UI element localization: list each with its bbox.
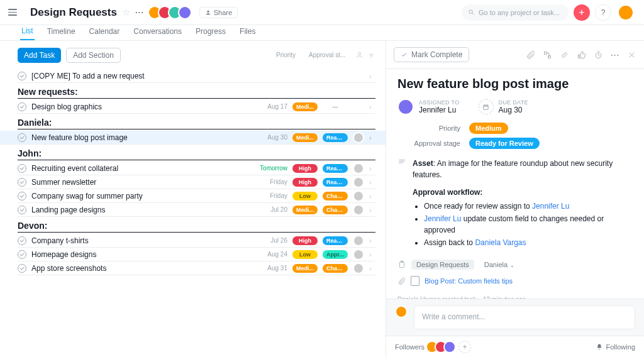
attachment-icon[interactable] (526, 50, 535, 60)
tab-progress[interactable]: Progress (194, 23, 227, 40)
global-add-button[interactable]: + (574, 4, 590, 21)
assignee-avatar[interactable] (353, 70, 364, 82)
close-panel-icon[interactable] (627, 50, 636, 60)
task-row[interactable]: Company t-shirtsJul 26HighRead...› (18, 234, 375, 248)
task-date: Aug 24 (262, 251, 287, 258)
approval-pill[interactable]: Chan... (323, 206, 348, 214)
approval-pill[interactable]: Appr... (323, 250, 348, 259)
priority-pill[interactable]: Medi... (292, 206, 318, 214)
add-section-button[interactable]: Add Section (66, 48, 121, 63)
priority-pill[interactable]: Medi... (292, 133, 318, 142)
priority-pill[interactable]: High (292, 164, 318, 173)
mark-complete-button[interactable]: Mark Complete (394, 47, 469, 62)
global-search[interactable]: Go to any project or task... (462, 4, 569, 21)
approval-field[interactable]: Approval stage Ready for Review (397, 138, 633, 149)
task-row[interactable]: New feature blog post imageAug 30Medi...… (0, 131, 386, 145)
priority-pill[interactable]: High (292, 178, 318, 187)
copy-link-icon[interactable] (560, 50, 569, 60)
complete-checkbox[interactable] (18, 72, 26, 80)
tab-files[interactable]: Files (238, 23, 257, 40)
complete-checkbox[interactable] (18, 102, 26, 111)
task-row[interactable]: Company swag for summer partyFridayLowCh… (18, 189, 375, 203)
approval-pill[interactable]: Read... (323, 236, 348, 245)
task-more-menu[interactable]: ··· (611, 50, 619, 60)
due-date-field[interactable]: DUE DATE Aug 30 (479, 99, 528, 115)
task-row[interactable]: [COPY ME] To add a new request› (18, 69, 375, 83)
attachment-link[interactable]: Blog Post: Custom fields tips (425, 277, 513, 285)
complete-checkbox[interactable] (18, 206, 26, 214)
assignee-field[interactable]: ASSIGNED TO Jennifer Lu (397, 99, 460, 115)
timer-icon[interactable] (594, 50, 603, 60)
star-icon[interactable]: ☆ (122, 7, 130, 18)
tab-timeline[interactable]: Timeline (46, 23, 77, 40)
approval-pill[interactable] (323, 75, 348, 77)
share-button[interactable]: Share (199, 7, 238, 18)
task-title[interactable]: New feature blog post image (397, 77, 633, 91)
menu-toggle[interactable] (5, 5, 20, 20)
task-row[interactable]: Landing page designsJul 20Medi...Chan...… (18, 203, 375, 217)
complete-checkbox[interactable] (18, 164, 26, 173)
subtask-icon[interactable] (543, 50, 552, 60)
priority-pill[interactable] (292, 75, 318, 77)
assignee-avatar[interactable] (353, 177, 364, 188)
complete-checkbox[interactable] (18, 264, 26, 273)
comment-input[interactable]: Write a comment... (414, 305, 635, 329)
task-row[interactable]: Recruiting event collateralTomorrowHighR… (18, 162, 375, 175)
sort-icon[interactable] (367, 51, 375, 59)
approval-pill[interactable]: Chan... (323, 264, 348, 273)
user-mention[interactable]: Jennifer Lu (532, 202, 569, 211)
assignee-avatar[interactable] (353, 235, 364, 246)
task-row[interactable]: Summer newsletterFridayHighRead...› (18, 175, 375, 189)
like-icon[interactable] (577, 50, 586, 60)
priority-pill[interactable]: High (292, 236, 318, 245)
section-tag[interactable]: Daniela⌄ (479, 260, 519, 270)
assignee-avatar[interactable] (353, 163, 364, 174)
approval-pill[interactable]: Read... (323, 178, 348, 187)
approval-pill[interactable]: Read... (323, 133, 348, 142)
add-task-button[interactable]: Add Task (18, 48, 61, 63)
priority-field[interactable]: Priority Medium (397, 123, 633, 134)
assignee-avatar[interactable] (353, 101, 364, 113)
tab-list[interactable]: List (20, 23, 35, 40)
complete-checkbox[interactable] (18, 250, 26, 259)
section-header[interactable]: New requests: (18, 87, 375, 99)
tab-conversations[interactable]: Conversations (132, 23, 183, 40)
complete-checkbox[interactable] (18, 133, 26, 142)
assignee-avatar[interactable] (353, 132, 364, 143)
section-header[interactable]: Daniela: (18, 118, 375, 129)
approval-pill[interactable]: Chan... (323, 192, 348, 200)
tab-calendar[interactable]: Calendar (88, 23, 121, 40)
priority-pill[interactable]: Low (292, 192, 318, 200)
assignee-icon[interactable] (355, 51, 364, 59)
complete-checkbox[interactable] (18, 178, 26, 187)
assignee-avatar[interactable] (353, 204, 364, 216)
task-description[interactable]: Asset: An image for the feature roundup … (413, 158, 633, 250)
project-members[interactable] (152, 6, 192, 19)
assignee-avatar[interactable] (353, 249, 364, 260)
user-avatar[interactable] (618, 4, 634, 21)
complete-checkbox[interactable] (18, 236, 26, 245)
user-mention[interactable]: Jennifer Lu (424, 214, 461, 223)
approval-pill[interactable]: Read... (323, 164, 348, 173)
assignee-avatar[interactable] (353, 190, 364, 202)
section-header[interactable]: John: (18, 148, 375, 160)
follower-avatars[interactable] (430, 341, 456, 353)
project-more-menu[interactable]: ··· (135, 8, 144, 17)
assigned-to-value: Jennifer Lu (419, 106, 460, 114)
assignee-avatar[interactable] (353, 263, 364, 274)
task-row[interactable]: Homepage designsAug 24LowAppr...› (18, 248, 375, 261)
project-tag[interactable]: Design Requests (411, 260, 474, 270)
priority-pill[interactable]: Medi... (292, 264, 318, 273)
approval-pill[interactable]: — (323, 102, 348, 111)
task-row[interactable]: Design blog graphicsAug 17Medi...—› (18, 100, 375, 114)
priority-pill[interactable]: Medi... (292, 102, 318, 111)
user-mention[interactable]: Daniela Vargas (475, 238, 526, 247)
complete-checkbox[interactable] (18, 192, 26, 200)
add-follower-button[interactable]: + (458, 341, 471, 353)
task-row[interactable]: App store screenshotsAug 31Medi...Chan..… (18, 261, 375, 275)
priority-pill[interactable]: Low (292, 250, 318, 259)
attachment-icon[interactable] (397, 277, 406, 285)
following-toggle[interactable]: Following (596, 343, 635, 351)
help-button[interactable]: ? (595, 4, 611, 21)
section-header[interactable]: Devon: (18, 221, 375, 233)
